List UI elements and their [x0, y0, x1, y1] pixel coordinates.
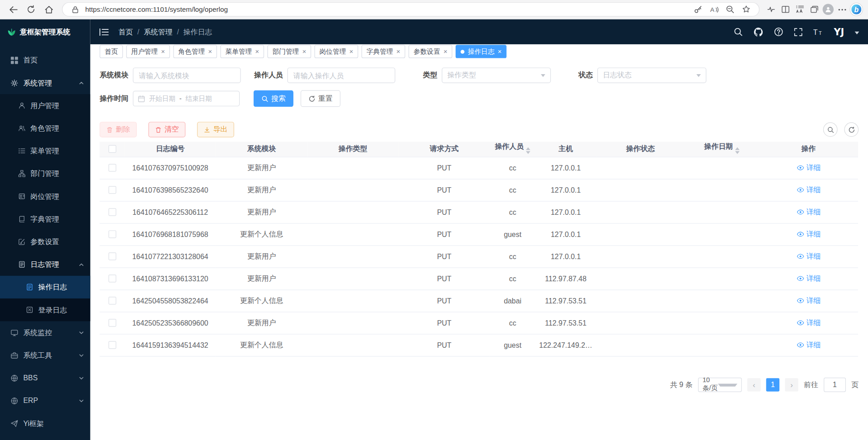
row-checkbox[interactable] — [108, 230, 116, 238]
sidebar-item-post-mgmt[interactable]: 岗位管理 — [0, 185, 90, 208]
module-input[interactable] — [133, 67, 241, 83]
fullscreen-icon[interactable] — [794, 28, 803, 37]
next-page-button[interactable]: › — [785, 378, 798, 391]
date-range-picker[interactable]: 开始日期 - 结束日期 — [133, 91, 240, 106]
search-button[interactable]: 搜索 — [254, 90, 293, 107]
app-logo[interactable]: 意框架管理系统 — [0, 19, 90, 44]
prev-page-button[interactable]: ‹ — [747, 378, 760, 391]
read-aloud-icon[interactable]: A — [708, 3, 720, 15]
sidebar-item-user-mgmt[interactable]: 用户管理 — [0, 94, 90, 117]
close-icon[interactable]: × — [208, 48, 212, 55]
row-checkbox[interactable] — [108, 208, 116, 216]
current-page[interactable]: 1 — [766, 378, 779, 391]
detail-link[interactable]: 详细 — [796, 273, 821, 283]
tab-param-settings[interactable]: 参数设置× — [409, 45, 453, 58]
tab-operlog[interactable]: 操作日志× — [456, 45, 507, 58]
sidebar-item-system[interactable]: 系统管理 — [0, 71, 90, 94]
col-date[interactable]: 操作日期 — [685, 142, 759, 156]
user-caret-icon[interactable] — [855, 32, 859, 37]
address-bar[interactable]: https://ccnetcore.com:1101/system/log/op… — [62, 2, 760, 17]
help-icon[interactable] — [774, 27, 783, 37]
row-checkbox[interactable] — [108, 164, 116, 171]
sidebar-item-dict-mgmt[interactable]: 字典管理 — [0, 208, 90, 230]
clear-button[interactable]: 清空 — [148, 122, 185, 137]
home-icon[interactable] — [41, 2, 57, 17]
row-checkbox[interactable] — [108, 252, 116, 260]
tab-home[interactable]: 首页 — [99, 45, 123, 58]
detail-link[interactable]: 详细 — [796, 162, 821, 172]
tab-dict-mgmt[interactable]: 字典管理× — [362, 45, 406, 58]
goto-page-input[interactable] — [824, 377, 846, 392]
tab-post-mgmt[interactable]: 岗位管理× — [315, 45, 359, 58]
sidebar-item-monitor[interactable]: 系统监控 — [0, 321, 90, 344]
detail-link[interactable]: 详细 — [796, 251, 821, 261]
browser-essentials-icon[interactable] — [765, 3, 777, 15]
split-screen-icon[interactable] — [779, 3, 792, 15]
row-checkbox[interactable] — [108, 341, 116, 349]
collections-icon[interactable] — [808, 3, 821, 15]
row-checkbox[interactable] — [108, 297, 116, 304]
col-operator[interactable]: 操作人员 — [490, 142, 535, 156]
sidebar-item-tools[interactable]: 系统工具 — [0, 344, 90, 366]
operator-input[interactable] — [288, 67, 396, 83]
sidebar-item-role-mgmt[interactable]: 角色管理 — [0, 117, 90, 139]
sort-icon[interactable] — [526, 145, 530, 156]
github-icon[interactable] — [754, 27, 764, 37]
detail-link[interactable]: 详细 — [796, 295, 821, 305]
refresh-table-icon[interactable] — [844, 123, 859, 137]
delete-button[interactable]: 删除 — [99, 122, 137, 137]
close-icon[interactable]: × — [161, 48, 165, 55]
sidebar-item-operlog[interactable]: 操作日志 — [0, 276, 90, 298]
url-text[interactable]: https://ccnetcore.com:1101/system/log/op… — [85, 5, 688, 13]
password-key-icon[interactable] — [692, 3, 704, 15]
page-size-select[interactable]: 10条/页 — [698, 377, 742, 392]
sidebar-item-log-mgmt[interactable]: 日志管理 — [0, 253, 90, 276]
sidebar-item-loginlog[interactable]: 登录日志 — [0, 298, 90, 321]
type-select[interactable]: 操作类型 — [442, 67, 551, 83]
sidebar-item-menu-mgmt[interactable]: 菜单管理 — [0, 140, 90, 162]
tab-user-mgmt[interactable]: 用户管理× — [126, 45, 170, 58]
more-menu-icon[interactable] — [836, 3, 848, 15]
sidebar-item-erp[interactable]: ERP — [0, 389, 90, 412]
detail-link[interactable]: 详细 — [796, 185, 821, 194]
close-icon[interactable]: × — [302, 48, 307, 55]
show-search-icon[interactable] — [823, 123, 838, 137]
close-icon[interactable]: × — [443, 48, 448, 55]
bing-discover-icon[interactable]: b — [850, 3, 863, 15]
back-icon[interactable] — [5, 2, 21, 17]
tab-dept-mgmt[interactable]: 部门管理× — [267, 45, 311, 58]
detail-link[interactable]: 详细 — [796, 340, 821, 350]
row-checkbox[interactable] — [108, 186, 116, 194]
search-icon[interactable] — [734, 27, 743, 37]
sidebar-item-home[interactable]: 首页 — [0, 49, 90, 71]
close-icon[interactable]: × — [349, 48, 354, 55]
reset-button[interactable]: 重置 — [301, 90, 340, 107]
select-all-checkbox[interactable] — [108, 145, 116, 153]
zoom-out-icon[interactable] — [724, 3, 736, 15]
row-checkbox[interactable] — [108, 319, 116, 326]
close-icon[interactable]: × — [396, 48, 401, 55]
detail-link[interactable]: 详细 — [796, 207, 821, 217]
font-size-icon[interactable]: TT — [813, 28, 823, 37]
breadcrumb-home[interactable]: 首页 — [118, 27, 133, 37]
sidebar-item-yi-framework[interactable]: Yi框架 — [0, 412, 90, 435]
sidebar-item-bbs[interactable]: BBS — [0, 367, 90, 389]
breadcrumb-system[interactable]: 系统管理 — [144, 27, 173, 37]
user-avatar-logo[interactable]: YJ — [834, 26, 844, 37]
favorites-bar-icon[interactable] — [794, 3, 806, 15]
sidebar-item-dept-mgmt[interactable]: 部门管理 — [0, 162, 90, 185]
sort-icon[interactable] — [735, 145, 740, 156]
tab-role-mgmt[interactable]: 角色管理× — [173, 45, 217, 58]
row-checkbox[interactable] — [108, 274, 116, 282]
status-select[interactable]: 日志状态 — [597, 67, 706, 83]
close-icon[interactable]: × — [255, 48, 259, 55]
refresh-icon[interactable] — [23, 2, 38, 17]
favorites-add-icon[interactable] — [740, 3, 752, 15]
export-button[interactable]: 导出 — [197, 122, 234, 137]
collapse-menu-icon[interactable] — [99, 28, 109, 37]
close-icon[interactable]: × — [498, 48, 502, 55]
tab-menu-mgmt[interactable]: 菜单管理× — [220, 45, 264, 58]
detail-link[interactable]: 详细 — [796, 317, 821, 327]
detail-link[interactable]: 详细 — [796, 229, 821, 239]
browser-profile-avatar[interactable] — [823, 4, 834, 15]
